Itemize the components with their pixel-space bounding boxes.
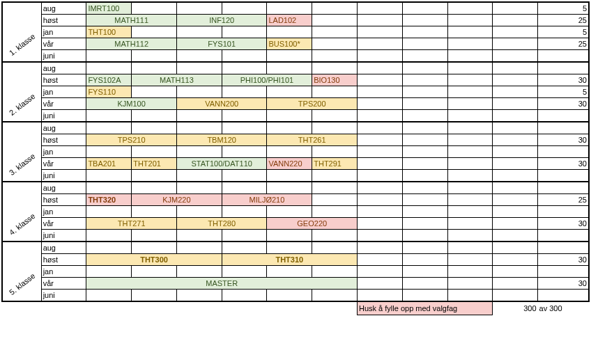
course-cell: FYS110 xyxy=(86,86,132,98)
points-cell: 5 xyxy=(538,26,589,38)
sem-label: aug xyxy=(41,182,86,194)
course-cell: MATH113 xyxy=(132,74,222,86)
course-cell: THT201 xyxy=(132,158,177,170)
klasse-3-label: 3. klasse xyxy=(2,122,41,182)
course-cell: THT271 xyxy=(86,218,177,230)
sem-label: høst xyxy=(41,74,86,86)
study-plan-table: 1. klasse aug IMRT100 5 høst MATH111 INF… xyxy=(1,1,590,315)
course-cell: KJM220 xyxy=(132,194,222,206)
sem-label: vår xyxy=(41,278,86,290)
sem-label: juni xyxy=(41,230,86,242)
footer-note: Husk å fylle opp med valgfag xyxy=(357,301,492,315)
sem-label: vår xyxy=(41,38,86,50)
klasse-5-label: 5. klasse xyxy=(2,242,41,301)
footer-total: 300 xyxy=(493,301,538,315)
points-cell: 30 xyxy=(538,74,589,86)
course-cell: MILJØ210 xyxy=(222,194,312,206)
sem-label: juni xyxy=(41,110,86,122)
course-cell: TPS210 xyxy=(86,134,177,146)
course-cell: IMRT100 xyxy=(86,2,132,15)
sem-label: høst xyxy=(41,254,86,266)
course-cell: FYS101 xyxy=(176,38,267,50)
sem-label: jan xyxy=(41,146,86,158)
points-cell: 25 xyxy=(538,38,589,50)
sem-label: jan xyxy=(41,206,86,218)
course-cell: THT291 xyxy=(312,158,358,170)
sem-label: aug xyxy=(41,122,86,134)
sem-label: juni xyxy=(41,290,86,302)
points-cell: 30 xyxy=(538,278,589,290)
sem-label: høst xyxy=(41,194,86,206)
course-cell: MATH112 xyxy=(86,38,177,50)
course-cell: TBA201 xyxy=(86,158,132,170)
course-cell: BIO130 xyxy=(312,74,358,86)
course-cell: VANN220 xyxy=(267,158,312,170)
course-cell: MASTER xyxy=(86,278,358,290)
course-cell: GEO220 xyxy=(267,218,358,230)
course-cell: PHI100/PHI101 xyxy=(222,74,312,86)
course-cell: FYS102A xyxy=(86,74,132,86)
course-cell: THT100 xyxy=(86,26,132,38)
sem-label: aug xyxy=(41,242,86,254)
points-cell: 25 xyxy=(538,15,589,26)
course-cell: THT300 xyxy=(86,254,222,266)
course-cell: KJM100 xyxy=(86,98,177,110)
course-cell: THT310 xyxy=(222,254,357,266)
points-cell: 30 xyxy=(538,254,589,266)
points-cell: 30 xyxy=(538,218,589,230)
points-cell: 5 xyxy=(538,2,589,15)
sem-label: jan xyxy=(41,266,86,278)
course-cell: VANN200 xyxy=(176,98,267,110)
sem-label: høst xyxy=(41,134,86,146)
course-cell: TPS200 xyxy=(267,98,358,110)
course-cell: TBM120 xyxy=(176,134,267,146)
points-cell: 25 xyxy=(538,194,589,206)
sem-label: vår xyxy=(41,218,86,230)
sem-label: juni xyxy=(41,50,86,63)
klasse-2-label: 2. klasse xyxy=(2,62,41,122)
points-cell: 30 xyxy=(538,98,589,110)
sem-label: aug xyxy=(41,62,86,74)
sem-label: jan xyxy=(41,26,86,38)
course-cell: LAD102 xyxy=(267,15,312,26)
course-cell: BUS100* xyxy=(267,38,312,50)
klasse-1-label: 1. klasse xyxy=(2,2,41,62)
footer-av: av 300 xyxy=(538,301,589,315)
course-cell: THT280 xyxy=(176,218,267,230)
sem-label: juni xyxy=(41,170,86,182)
course-cell: MATH111 xyxy=(86,15,177,26)
sem-label: aug xyxy=(41,2,86,15)
course-cell: THT261 xyxy=(267,134,358,146)
course-cell: STAT100/DAT110 xyxy=(176,158,267,170)
points-cell: 30 xyxy=(538,134,589,146)
points-cell: 5 xyxy=(538,86,589,98)
sem-label: jan xyxy=(41,86,86,98)
points-cell: 30 xyxy=(538,158,589,170)
course-cell: THT320 xyxy=(86,194,132,206)
sem-label: vår xyxy=(41,98,86,110)
sem-label: høst xyxy=(41,15,86,26)
course-cell: INF120 xyxy=(176,15,267,26)
sem-label: vår xyxy=(41,158,86,170)
klasse-4-label: 4. klasse xyxy=(2,182,41,242)
